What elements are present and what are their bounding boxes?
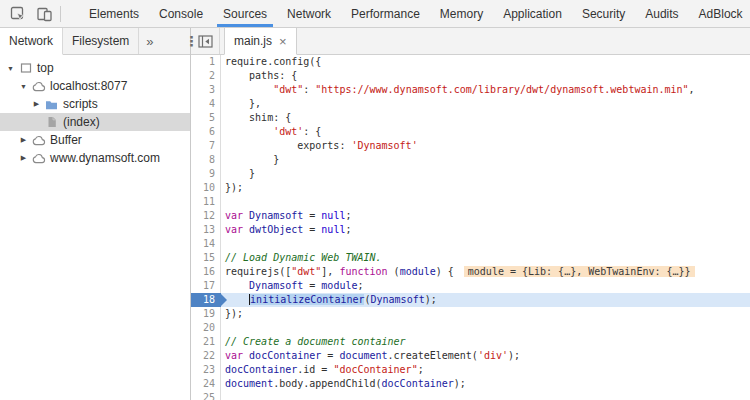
line-number[interactable]: 5: [191, 111, 221, 125]
tree-arrow-collapsed-icon[interactable]: ▶: [17, 154, 30, 162]
code-text[interactable]: });: [221, 307, 750, 321]
editor-tab-mainjs[interactable]: main.js ×: [224, 28, 297, 55]
line-number[interactable]: 3: [191, 83, 221, 97]
line-number[interactable]: 2: [191, 69, 221, 83]
line-number[interactable]: 11: [191, 195, 221, 209]
paused-token: initializeContainer: [249, 294, 364, 305]
tree-item-label: www.dynamsoft.com: [50, 151, 160, 165]
close-icon[interactable]: ×: [279, 35, 287, 48]
line-number[interactable]: 22: [191, 349, 221, 363]
execution-line-marker[interactable]: 18: [191, 293, 221, 307]
tab-memory[interactable]: Memory: [430, 0, 493, 27]
tab-sources[interactable]: Sources: [213, 0, 277, 27]
line-number[interactable]: 23: [191, 363, 221, 377]
line-number[interactable]: 16: [191, 265, 221, 279]
editor-tabbar: main.js ×: [191, 28, 750, 55]
code-token: =: [303, 210, 321, 221]
code-text[interactable]: [221, 391, 750, 400]
code-token: ;: [345, 210, 351, 221]
code-text[interactable]: // Create a document container: [221, 335, 750, 349]
code-text[interactable]: });: [221, 181, 750, 195]
code-text[interactable]: }: [221, 153, 750, 167]
tree-arrow-collapsed-icon[interactable]: ▶: [30, 100, 43, 108]
code-text[interactable]: [221, 321, 750, 335]
code-text[interactable]: require.config({: [221, 55, 750, 69]
code-text[interactable]: shim: {: [221, 111, 750, 125]
line-number[interactable]: 14: [191, 237, 221, 251]
tree-arrow-expanded-icon[interactable]: ▼: [4, 65, 17, 72]
line-number[interactable]: 12: [191, 209, 221, 223]
line-number[interactable]: 8: [191, 153, 221, 167]
code-text[interactable]: requirejs(["dwt"], function (module) {mo…: [221, 265, 750, 279]
code-token: null: [321, 210, 345, 221]
code-text[interactable]: // Load Dynamic Web TWAIN.: [221, 251, 750, 265]
tree-item--index-[interactable]: (index): [0, 113, 190, 131]
tab-console[interactable]: Console: [149, 0, 213, 27]
code-text[interactable]: var dwtObject = null;: [221, 223, 750, 237]
code-token: ;: [345, 224, 351, 235]
code-token: // Create a document container: [225, 336, 406, 347]
line-number[interactable]: 4: [191, 97, 221, 111]
line-number[interactable]: 1: [191, 55, 221, 69]
code-token: 'Dynamsoft': [351, 140, 417, 151]
tab-security[interactable]: Security: [572, 0, 635, 27]
navigator-sidebar: Network Filesystem » ⋮ ▼top▼localhost:80…: [0, 28, 191, 400]
code-text[interactable]: exports: 'Dynamsoft': [221, 139, 750, 153]
tree-item-scripts[interactable]: ▶scripts: [0, 95, 190, 113]
code-text[interactable]: 'dwt': {: [221, 125, 750, 139]
line-number[interactable]: 21: [191, 335, 221, 349]
tree-item-buffer[interactable]: ▶Buffer: [0, 131, 190, 149]
code-text[interactable]: docContainer.id = "docContainer";: [221, 363, 750, 377]
line-number[interactable]: 7: [191, 139, 221, 153]
inspect-icon[interactable]: [5, 2, 31, 26]
code-text[interactable]: },: [221, 97, 750, 111]
tree-arrow-collapsed-icon[interactable]: ▶: [17, 136, 30, 144]
tab-performance[interactable]: Performance: [341, 0, 430, 27]
device-toolbar-icon[interactable]: [31, 2, 57, 26]
more-tabs-icon[interactable]: »: [139, 28, 160, 54]
code-text[interactable]: initializeContainer(Dynamsoft);: [221, 293, 750, 307]
line-number[interactable]: 13: [191, 223, 221, 237]
code-text[interactable]: Dynamsoft = module;: [221, 279, 750, 293]
line-number[interactable]: 10: [191, 181, 221, 195]
code-text[interactable]: document.body.appendChild(docContainer);: [221, 377, 750, 391]
editor-tab-label: main.js: [234, 34, 272, 48]
code-token: requirejs([: [225, 266, 291, 277]
sidebar-tab-filesystem[interactable]: Filesystem: [63, 28, 139, 54]
kebab-menu-icon[interactable]: ⋮: [175, 28, 209, 54]
code-text[interactable]: var Dynamsoft = null;: [221, 209, 750, 223]
line-number[interactable]: 17: [191, 279, 221, 293]
line-number[interactable]: 15: [191, 251, 221, 265]
line-number[interactable]: 19: [191, 307, 221, 321]
tree-item-label: localhost:8077: [50, 79, 127, 93]
tab-network[interactable]: Network: [277, 0, 341, 27]
code-text[interactable]: }: [221, 167, 750, 181]
code-token: module: [321, 280, 357, 291]
cloud-icon: [30, 153, 47, 164]
line-number[interactable]: 20: [191, 321, 221, 335]
code-token: Dynamsoft: [249, 210, 303, 221]
line-number[interactable]: 6: [191, 125, 221, 139]
code-text[interactable]: "dwt": "https://www.dynamsoft.com/librar…: [221, 83, 750, 97]
code-token: "dwt": [291, 266, 321, 277]
code-text[interactable]: [221, 237, 750, 251]
tab-audits[interactable]: Audits: [635, 0, 688, 27]
tab-elements[interactable]: Elements: [79, 0, 149, 27]
tree-item-localhost-8077[interactable]: ▼localhost:8077: [0, 77, 190, 95]
code-text[interactable]: var docContainer = document.createElemen…: [221, 349, 750, 363]
tree-item-www-dynamsoft-com[interactable]: ▶www.dynamsoft.com: [0, 149, 190, 167]
code-line-13: 13var dwtObject = null;: [191, 223, 750, 237]
code-text[interactable]: [221, 195, 750, 209]
tab-adblock[interactable]: AdBlock: [689, 0, 750, 27]
navigator-tabbar: Network Filesystem » ⋮: [0, 28, 190, 55]
tree-item-top[interactable]: ▼top: [0, 59, 190, 77]
tree-arrow-expanded-icon[interactable]: ▼: [17, 83, 30, 90]
line-number[interactable]: 9: [191, 167, 221, 181]
tab-application[interactable]: Application: [493, 0, 572, 27]
code-line-10: 10});: [191, 181, 750, 195]
folder-icon: [43, 99, 60, 110]
line-number[interactable]: 25: [191, 391, 221, 400]
sidebar-tab-network[interactable]: Network: [0, 28, 63, 55]
line-number[interactable]: 24: [191, 377, 221, 391]
code-text[interactable]: paths: {: [221, 69, 750, 83]
